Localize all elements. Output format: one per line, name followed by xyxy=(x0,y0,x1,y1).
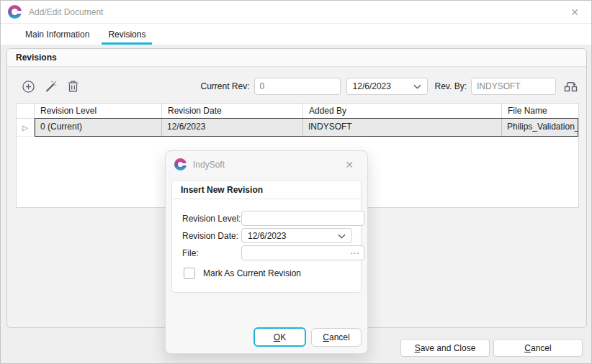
add-edit-document-window: Add/Edit Document ✕ Main Information Rev… xyxy=(0,0,592,364)
revisions-toolbar: Current Rev: 12/6/2023 Rev. By: xyxy=(16,76,578,96)
insert-new-revision-dialog: IndySoft ✕ Insert New Revision Revision … xyxy=(165,150,368,354)
close-icon[interactable]: ✕ xyxy=(565,4,584,20)
revision-level-label: Revision Level: xyxy=(182,214,241,224)
column-header-file-name[interactable]: File Name xyxy=(502,104,578,119)
indysoft-logo-icon xyxy=(174,158,187,170)
revision-date-row: Revision Date: 12/6/2023 xyxy=(182,228,352,243)
browse-file-button[interactable]: ... xyxy=(347,246,363,260)
mark-current-row: Mark As Current Revision xyxy=(184,268,352,279)
modal-fields: Revision Level: Revision Date: 12/6/2023 xyxy=(172,199,361,279)
add-icon[interactable] xyxy=(21,79,35,94)
replace-icon[interactable] xyxy=(563,79,578,94)
mark-as-current-checkbox[interactable] xyxy=(184,268,195,279)
rev-by-label: Rev. By: xyxy=(435,81,467,91)
modal-title: IndySoft xyxy=(193,160,225,170)
tabstrip: Main Information Revisions xyxy=(1,24,591,45)
chevron-down-icon xyxy=(413,81,421,91)
cell-revision-date: 12/6/2023 xyxy=(162,119,303,136)
titlebar: Add/Edit Document ✕ xyxy=(1,1,591,24)
cell-file-name: Philips_Validation_T xyxy=(502,119,578,136)
modal-footer: OK Cancel xyxy=(254,327,362,347)
column-header-revision-date[interactable]: Revision Date xyxy=(162,104,303,119)
mark-as-current-label: Mark As Current Revision xyxy=(203,268,301,278)
wand-icon[interactable] xyxy=(43,79,58,94)
ok-button[interactable]: OK xyxy=(254,327,306,347)
indysoft-logo-icon xyxy=(8,5,22,19)
window-title: Add/Edit Document xyxy=(29,7,103,17)
delete-icon[interactable] xyxy=(66,79,80,94)
tab-revisions[interactable]: Revisions xyxy=(102,24,152,45)
current-rev-input[interactable] xyxy=(254,78,341,95)
cell-added-by: INDYSOFT xyxy=(303,119,502,136)
cell-revision-level: 0 (Current) xyxy=(35,119,162,136)
revision-level-input[interactable] xyxy=(241,211,364,226)
expander-icon[interactable]: ▷ xyxy=(17,119,35,137)
rev-by-input[interactable] xyxy=(471,78,556,95)
file-input[interactable] xyxy=(241,245,364,260)
column-header-added-by[interactable]: Added By xyxy=(303,104,502,119)
table-header-row: Revision Level Revision Date Added By Fi… xyxy=(17,104,578,119)
revision-date-label: Revision Date: xyxy=(182,231,241,241)
revision-level-row: Revision Level: xyxy=(182,211,352,226)
tab-main-information[interactable]: Main Information xyxy=(19,24,96,45)
table-row[interactable]: ▷ 0 (Current) 12/6/2023 INDYSOFT Philips… xyxy=(17,119,578,137)
modal-cancel-button[interactable]: Cancel xyxy=(311,328,362,347)
current-rev-date-dropdown[interactable]: 12/6/2023 xyxy=(346,78,428,95)
toolbar-icon-group xyxy=(21,79,80,94)
column-header-revision-level[interactable]: Revision Level xyxy=(35,104,162,119)
modal-titlebar: IndySoft ✕ xyxy=(166,151,367,178)
expander-column-header xyxy=(17,104,35,119)
file-label: File: xyxy=(182,248,241,258)
close-icon[interactable]: ✕ xyxy=(340,157,359,173)
current-rev-date-value: 12/6/2023 xyxy=(353,81,413,91)
groupbox-title: Insert New Revision xyxy=(172,181,361,199)
panel-title: Revisions xyxy=(7,49,586,67)
selected-row-cells: 0 (Current) 12/6/2023 INDYSOFT Philips_V… xyxy=(35,118,578,137)
chevron-down-icon xyxy=(338,231,346,241)
file-input-wrap: ... xyxy=(241,245,364,260)
current-rev-label: Current Rev: xyxy=(201,81,250,91)
save-and-close-button[interactable]: Save and Close xyxy=(400,339,490,357)
insert-new-revision-groupbox: Insert New Revision Revision Level: Revi… xyxy=(171,180,362,293)
revision-date-dropdown[interactable]: 12/6/2023 xyxy=(241,228,352,243)
cancel-button[interactable]: Cancel xyxy=(493,339,583,357)
revision-date-value: 12/6/2023 xyxy=(248,231,338,241)
file-row: File: ... xyxy=(182,245,352,260)
